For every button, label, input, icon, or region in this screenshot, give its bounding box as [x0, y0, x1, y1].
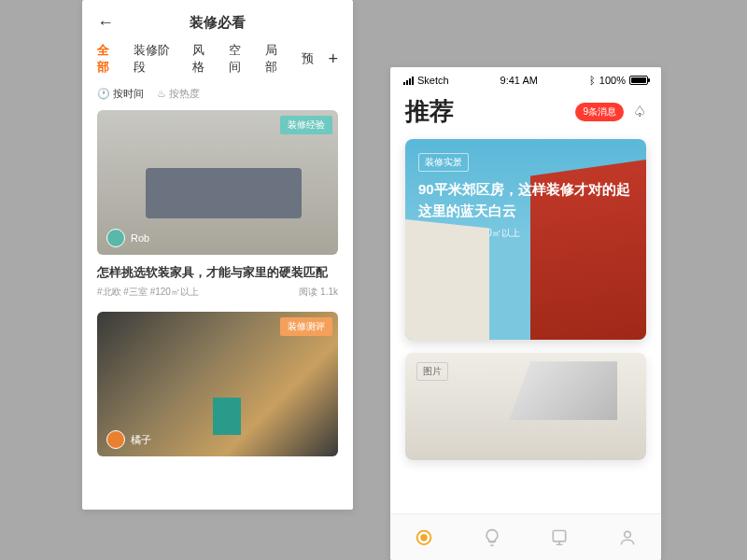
feature-image: 装修实景 90平米郊区房，这样装修才对的起这里的蓝天白云 #北欧 #三室 #12…: [405, 139, 646, 340]
author-name: 橘子: [131, 433, 151, 447]
sort-hot-label: 按热度: [169, 87, 200, 101]
svg-rect-2: [554, 530, 566, 541]
sort-by-time[interactable]: 🕐 按时间: [97, 87, 144, 101]
card-image: 装修经验 Rob: [97, 110, 338, 255]
tab-all[interactable]: 全部: [97, 42, 120, 76]
message-badge[interactable]: 9条消息: [575, 103, 624, 121]
clock-icon: 🕐: [97, 88, 110, 100]
feature-tags: #北欧 #三室 #120㎡以上: [418, 227, 633, 240]
header-title: 装修必看: [114, 14, 321, 32]
feature-tag: 装修实景: [418, 153, 469, 172]
tab-space[interactable]: 空间: [229, 42, 252, 76]
sort-time-label: 按时间: [113, 87, 144, 101]
tab-style[interactable]: 风格: [192, 42, 216, 76]
tab-task-icon[interactable]: [549, 527, 570, 548]
fire-icon: ♨: [157, 88, 166, 100]
bell-icon[interactable]: ♤: [633, 103, 646, 120]
card-tag: 图片: [416, 362, 448, 381]
image-card[interactable]: 图片: [405, 353, 646, 460]
article-card[interactable]: 装修经验 Rob 怎样挑选软装家具，才能与家里的硬装匹配 #北欧 #三室 #12…: [97, 110, 338, 299]
card-title: 怎样挑选软装家具，才能与家里的硬装匹配: [97, 264, 338, 281]
feature-overlay: 装修实景 90平米郊区房，这样装修才对的起这里的蓝天白云 #北欧 #三室 #12…: [405, 139, 646, 253]
screen-category: ← 装修必看 全部 装修阶段 风格 空间 局部 预 + 🕐 按时间 ♨ 按热度 …: [82, 0, 353, 510]
article-card[interactable]: 装修测评 橘子: [97, 312, 338, 456]
add-tab-icon[interactable]: +: [329, 49, 339, 69]
tab-home-icon[interactable]: [414, 527, 434, 548]
card-tags: #北欧 #三室 #120㎡以上: [97, 286, 199, 299]
status-time: 9:41 AM: [500, 75, 538, 86]
card-meta: #北欧 #三室 #120㎡以上 阅读 1.1k: [97, 286, 338, 299]
bluetooth-icon: ᛒ: [589, 75, 596, 86]
sort-by-hot[interactable]: ♨ 按热度: [157, 87, 200, 101]
signal-icon: [403, 77, 414, 85]
header: ← 装修必看: [82, 0, 353, 42]
tab-partial[interactable]: 局部: [265, 42, 289, 76]
status-bar: Sketch 9:41 AM ᛒ 100%: [390, 67, 661, 90]
battery-label: 100%: [599, 75, 626, 86]
tab-idea-icon[interactable]: [482, 527, 502, 548]
feature-card[interactable]: 装修实景 90平米郊区房，这样装修才对的起这里的蓝天白云 #北欧 #三室 #12…: [405, 139, 646, 340]
tab-bar: [390, 513, 661, 560]
tab-profile-icon[interactable]: [617, 527, 638, 548]
carrier-label: Sketch: [417, 75, 449, 86]
page-title: 推荐: [405, 95, 454, 128]
author-name: Rob: [443, 314, 461, 325]
screen-recommend: Sketch 9:41 AM ᛒ 100% 推荐 9条消息 ♤ 装修实景 90平…: [390, 67, 661, 560]
author-row: Rob: [418, 310, 461, 329]
page-header: 推荐 9条消息 ♤: [390, 90, 661, 139]
author-row: Rob: [106, 229, 149, 247]
sort-bar: 🕐 按时间 ♨ 按热度: [82, 85, 353, 110]
author-name: Rob: [131, 232, 149, 244]
author-row: 橘子: [106, 430, 151, 449]
card-badge: 装修测评: [280, 317, 332, 336]
avatar: [418, 310, 437, 329]
avatar: [106, 229, 125, 247]
back-icon[interactable]: ←: [97, 13, 114, 33]
card-badge: 装修经验: [280, 116, 332, 134]
card-image: 装修测评 橘子: [97, 312, 338, 456]
feature-title: 90平米郊区房，这样装修才对的起这里的蓝天白云: [418, 179, 633, 221]
card-reads: 阅读 1.1k: [299, 286, 338, 299]
avatar: [106, 430, 125, 449]
tab-budget[interactable]: 预: [302, 50, 314, 67]
battery-icon: [629, 76, 648, 85]
svg-point-1: [422, 535, 428, 540]
tab-stage[interactable]: 装修阶段: [134, 42, 180, 76]
category-tabs: 全部 装修阶段 风格 空间 局部 预 +: [82, 42, 353, 85]
svg-point-3: [624, 531, 630, 538]
